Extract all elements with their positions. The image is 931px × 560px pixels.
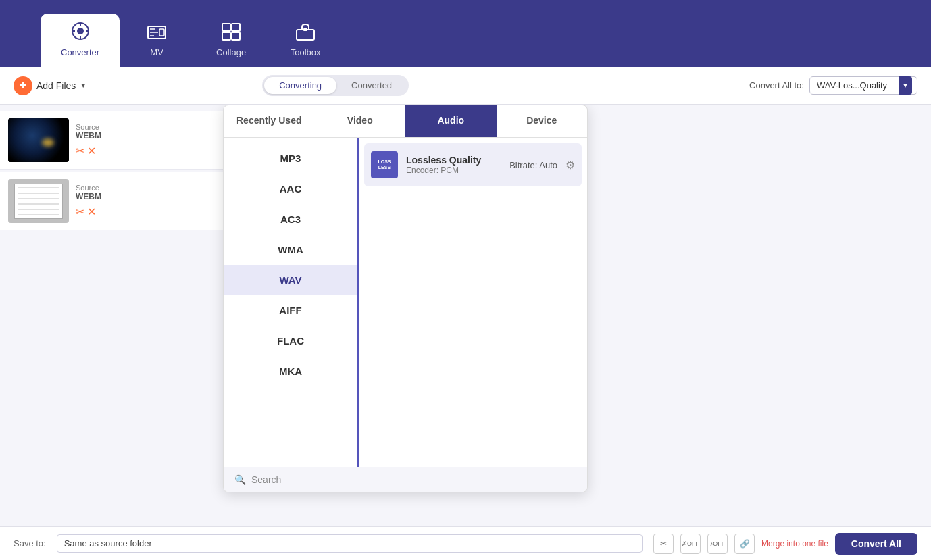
save-to-path[interactable]	[57, 534, 643, 553]
add-files-button[interactable]: + Add Files ▼	[14, 76, 86, 95]
format-mp3[interactable]: MP3	[224, 143, 357, 174]
lossless-quality-item[interactable]: LOSS LESS Lossless Quality Encoder: PCM …	[364, 143, 582, 186]
audio-off-btn[interactable]: ♪OFF	[707, 534, 728, 554]
svg-rect-9	[303, 28, 307, 31]
main-area: + Add Files ▼ Converting Converted Conve…	[0, 67, 931, 560]
search-text[interactable]: Search	[251, 474, 281, 485]
delete-icon-2[interactable]: ✕	[87, 205, 96, 218]
audio-tab[interactable]: Audio	[405, 105, 497, 137]
format-tabs: Recently Used Video Audio Device	[224, 105, 587, 138]
svg-rect-6	[222, 32, 230, 40]
file-info-2: Source WEBM ✂ ✕	[76, 184, 215, 218]
tab-converter[interactable]: Converter	[41, 14, 120, 67]
quality-bitrate: Bitrate: Auto	[509, 160, 557, 170]
collage-tab-label: Collage	[216, 47, 246, 57]
file-thumbnail-2	[8, 179, 69, 223]
mv-icon	[147, 24, 166, 43]
quality-col: LOSS LESS Lossless Quality Encoder: PCM …	[359, 138, 587, 467]
effect-off-btn[interactable]: ✗OFF	[680, 534, 701, 554]
converting-tab[interactable]: Converting	[264, 77, 336, 94]
source-label-1: Source	[76, 123, 215, 131]
format-flac[interactable]: FLAC	[224, 326, 357, 356]
svg-rect-8	[297, 30, 314, 40]
converter-tab-label: Converter	[61, 47, 99, 57]
quality-info: Lossless Quality Encoder: PCM	[406, 155, 501, 175]
format-ac3[interactable]: AC3	[224, 204, 357, 234]
svg-rect-5	[232, 24, 240, 31]
format-wma[interactable]: WMA	[224, 234, 357, 265]
top-navigation: Converter MV Collage	[0, 0, 931, 67]
settings-icon[interactable]: ⚙	[565, 159, 575, 172]
search-icon: 🔍	[234, 474, 246, 485]
save-to-label: Save to:	[14, 538, 46, 549]
file-list: Source WEBM ✂ ✕ Source WEBM	[0, 105, 223, 526]
file-actions-1: ✂ ✕	[76, 145, 215, 157]
screen-thumbnail	[8, 179, 69, 223]
file-format-1: WEBM	[76, 131, 215, 141]
tab-mv[interactable]: MV	[120, 16, 194, 67]
convert-all-label: Convert All to:	[749, 80, 804, 91]
recently-used-tab[interactable]: Recently Used	[224, 105, 315, 137]
format-wav[interactable]: WAV	[224, 265, 357, 295]
format-aiff[interactable]: AIFF	[224, 295, 357, 326]
toolbox-tab-label: Toolbox	[291, 47, 321, 57]
file-actions-2: ✂ ✕	[76, 205, 215, 218]
add-files-label: Add Files	[36, 80, 76, 91]
format-mka[interactable]: MKA	[224, 356, 357, 386]
converting-switcher: Converting Converted	[262, 75, 409, 96]
delete-icon-1[interactable]: ✕	[87, 145, 96, 157]
merge-label[interactable]: Merge into one file	[761, 539, 828, 549]
quality-name: Lossless Quality	[406, 155, 501, 166]
format-list: MP3 AAC AC3 WMA WAV AIFF FLAC MKA	[224, 138, 359, 467]
convert-all-wrapper: Convert All to: WAV-Los...Quality	[749, 76, 917, 95]
file-item: Source WEBM ✂ ✕	[0, 111, 223, 170]
file-format-2: WEBM	[76, 192, 215, 201]
file-item-2: Source WEBM ✂ ✕	[0, 172, 223, 230]
quality-encoder: Encoder: PCM	[406, 166, 501, 175]
tab-collage[interactable]: Collage	[194, 15, 268, 67]
add-files-dropdown-icon[interactable]: ▼	[80, 82, 86, 89]
collage-icon	[222, 23, 241, 43]
file-info-1: Source WEBM ✂ ✕	[76, 123, 215, 157]
tab-toolbox[interactable]: Toolbox	[268, 15, 343, 67]
bottom-bar: Save to: ✂ ✗OFF ♪OFF 🔗 Merge into one fi…	[0, 526, 931, 560]
cut-icon-1[interactable]: ✂	[76, 145, 84, 157]
svg-point-1	[77, 28, 84, 34]
convert-all-select[interactable]: WAV-Los...Quality	[809, 76, 917, 95]
svg-rect-4	[222, 24, 230, 31]
file-thumbnail-1	[8, 118, 69, 162]
earth-thumbnail	[8, 118, 69, 162]
device-tab[interactable]: Device	[497, 105, 588, 137]
format-picker: Recently Used Video Audio Device MP3 AAC…	[223, 105, 588, 492]
convert-all-select-wrapper: WAV-Los...Quality	[809, 76, 917, 95]
mv-tab-label: MV	[150, 47, 163, 57]
svg-rect-3	[159, 29, 164, 36]
cut-icon-2[interactable]: ✂	[76, 205, 84, 218]
convert-all-button[interactable]: Convert All	[835, 533, 917, 555]
content-row: Source WEBM ✂ ✕ Source WEBM	[0, 105, 931, 526]
screen-inner	[14, 184, 63, 219]
link-btn[interactable]: 🔗	[734, 534, 755, 554]
add-files-plus-icon: +	[14, 76, 32, 95]
toolbar: + Add Files ▼ Converting Converted Conve…	[0, 67, 931, 105]
video-tab[interactable]: Video	[315, 105, 406, 137]
converter-icon	[71, 22, 90, 43]
lossless-icon: LOSS LESS	[371, 151, 398, 178]
source-label-2: Source	[76, 184, 215, 192]
format-picker-body: MP3 AAC AC3 WMA WAV AIFF FLAC MKA LOSS L…	[224, 138, 587, 467]
bottom-actions: ✂ ✗OFF ♪OFF 🔗 Merge into one file Conver…	[653, 533, 917, 555]
cut-action-btn[interactable]: ✂	[653, 534, 674, 554]
toolbox-icon	[296, 23, 315, 43]
svg-rect-7	[232, 32, 240, 40]
converted-tab[interactable]: Converted	[336, 77, 407, 94]
format-search: 🔍 Search	[224, 467, 587, 492]
format-aac[interactable]: AAC	[224, 174, 357, 204]
